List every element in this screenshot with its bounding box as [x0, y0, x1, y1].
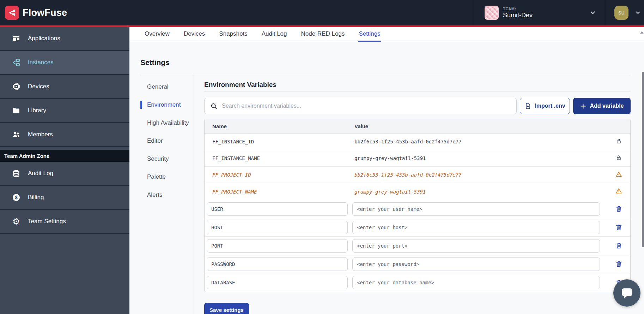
env-var-name: FF_PROJECT_NAME — [205, 189, 352, 195]
trash-icon — [615, 260, 622, 268]
import-file-icon — [524, 102, 531, 109]
tab-node-red-logs[interactable]: Node-RED Logs — [300, 27, 346, 42]
settings-nav-editor[interactable]: Editor — [140, 137, 194, 145]
gear-icon: ⚙ — [12, 217, 21, 226]
delete-variable-button[interactable] — [614, 223, 623, 232]
chat-bubble-icon — [620, 286, 634, 300]
tab-settings[interactable]: Settings — [358, 27, 381, 42]
env-variables-table: Name Value FF_INSTANCE_ID bb2f6c53-1f25-… — [204, 119, 631, 292]
sidebar-item-audit-log[interactable]: Audit Log — [0, 162, 129, 186]
import-env-button[interactable]: Import .env — [520, 98, 570, 114]
user-avatar: su — [614, 6, 628, 20]
search-input[interactable] — [222, 103, 516, 109]
chevron-down-icon — [589, 9, 596, 16]
user-menu[interactable]: su — [605, 0, 644, 25]
team-name: Sumit-Dev — [503, 12, 533, 19]
settings-nav-alerts[interactable]: Alerts — [140, 191, 194, 199]
team-selector[interactable]: TEAM: Sumit-Dev — [474, 0, 605, 25]
tab-audit-log[interactable]: Audit Log — [261, 27, 288, 42]
settings-nav: General Environment High Availability Ed… — [140, 76, 194, 314]
settings-nav-security[interactable]: Security — [140, 155, 194, 163]
page-title: Settings — [140, 58, 631, 76]
sidebar-item-devices[interactable]: Devices — [0, 75, 129, 99]
table-row-editable — [205, 218, 630, 237]
trash-icon — [615, 224, 622, 231]
tab-devices[interactable]: Devices — [183, 27, 206, 42]
env-var-name-input[interactable] — [207, 239, 348, 253]
env-var-value-input[interactable] — [352, 202, 600, 216]
sidebar-item-members[interactable]: Members — [0, 123, 129, 147]
delete-variable-button[interactable] — [614, 241, 623, 250]
settings-nav-palette[interactable]: Palette — [140, 173, 194, 181]
chat-widget-button[interactable] — [613, 279, 640, 307]
env-var-value-input[interactable] — [352, 239, 600, 253]
warning-icon — [615, 171, 622, 179]
brand-name: FlowFuse — [23, 7, 67, 18]
search-icon — [210, 102, 218, 110]
delete-variable-button[interactable] — [614, 260, 623, 268]
sidebar-item-label: Billing — [28, 194, 44, 201]
devices-icon — [12, 82, 21, 91]
members-icon — [12, 130, 21, 139]
svg-text:$: $ — [15, 195, 18, 200]
table-row: FF_INSTANCE_ID bb2f6c53-1f25-453b-aafd-0… — [205, 134, 630, 150]
tab-snapshots[interactable]: Snapshots — [218, 27, 248, 42]
accent-line — [0, 25, 644, 27]
scrollbar-thumb[interactable] — [642, 72, 644, 247]
add-variable-button[interactable]: Add variable — [573, 98, 631, 114]
brand-logo[interactable]: FlowFuse — [0, 6, 67, 20]
lock-icon — [616, 155, 622, 162]
sidebar-item-label: Instances — [28, 59, 54, 66]
sidebar-item-label: Team Settings — [28, 218, 66, 225]
settings-nav-high-availability[interactable]: High Availability — [140, 119, 194, 127]
env-var-name-input[interactable] — [207, 257, 348, 271]
env-var-value-input[interactable] — [352, 221, 600, 234]
lock-icon — [616, 138, 622, 146]
table-header: Name Value — [205, 119, 630, 134]
billing-icon: $ — [12, 193, 21, 202]
sidebar-item-label: Applications — [28, 35, 60, 42]
settings-nav-environment[interactable]: Environment — [140, 101, 194, 109]
flowfuse-logo-icon — [5, 6, 19, 20]
env-var-value-input[interactable] — [352, 257, 600, 271]
env-var-value: grumpy-grey-wagtail-5391 — [352, 155, 607, 161]
env-var-value: grumpy-grey-wagtail-5391 — [352, 189, 607, 195]
table-row-editable — [205, 200, 630, 218]
search-box — [204, 98, 517, 114]
env-var-value-input[interactable] — [352, 276, 600, 289]
delete-variable-button[interactable] — [614, 205, 623, 213]
scrollbar-up-arrow[interactable] — [640, 31, 644, 34]
sidebar-item-label: Library — [28, 107, 46, 114]
tab-overview[interactable]: Overview — [144, 27, 170, 42]
chevron-down-icon — [635, 10, 641, 16]
sidebar-item-team-settings[interactable]: ⚙ Team Settings — [0, 210, 129, 234]
instances-icon — [12, 58, 21, 67]
sidebar-item-applications[interactable]: Applications — [0, 27, 129, 51]
sidebar-item-library[interactable]: Library — [0, 99, 129, 123]
env-var-name: FF_INSTANCE_NAME — [205, 155, 352, 161]
scrollbar[interactable] — [642, 27, 644, 314]
team-avatar — [485, 6, 499, 20]
audit-log-icon — [12, 169, 21, 178]
settings-nav-general[interactable]: General — [140, 83, 194, 91]
column-header-name: Name — [205, 123, 352, 129]
sidebar-item-instances[interactable]: Instances — [0, 51, 129, 75]
table-row: FF_PROJECT_NAME grumpy-grey-wagtail-5391 — [205, 183, 630, 200]
library-icon — [12, 106, 21, 115]
plus-icon — [580, 103, 587, 109]
save-settings-button[interactable]: Save settings — [204, 303, 249, 314]
main-content: Settings General Environment High Availa… — [129, 42, 644, 314]
trash-icon — [615, 242, 622, 249]
table-row-editable — [205, 237, 630, 255]
env-var-name-input[interactable] — [207, 221, 348, 234]
env-var-name: FF_PROJECT_ID — [205, 172, 352, 178]
table-row: FF_PROJECT_ID bb2f6c53-1f25-453b-aafd-0c… — [205, 167, 630, 183]
env-var-name-input[interactable] — [207, 202, 348, 216]
sidebar-item-billing[interactable]: $ Billing — [0, 186, 129, 210]
applications-icon — [12, 34, 21, 43]
sidebar-item-label: Devices — [28, 83, 49, 90]
env-var-name-input[interactable] — [207, 276, 348, 289]
section-title: Environment Variables — [204, 81, 631, 92]
sidebar-item-label: Audit Log — [28, 170, 53, 177]
app-header: FlowFuse TEAM: Sumit-Dev su — [0, 0, 644, 25]
